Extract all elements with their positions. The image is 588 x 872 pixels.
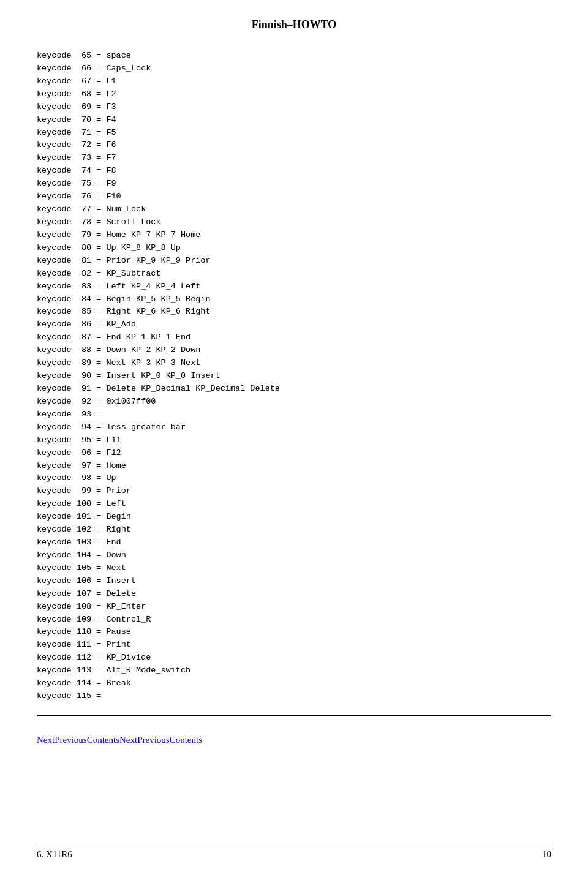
nav-link-contents-1[interactable]: Contents xyxy=(87,735,119,745)
bottom-rule xyxy=(37,715,551,716)
code-block: keycode 65 = space keycode 66 = Caps_Loc… xyxy=(37,50,551,703)
nav-links: NextPreviousContentsNextPreviousContents xyxy=(37,735,551,745)
footer-right: 10 xyxy=(542,849,551,860)
nav-link-previous-1[interactable]: Previous xyxy=(55,735,87,745)
nav-link-next-1[interactable]: Next xyxy=(37,735,55,745)
nav-link-next-2[interactable]: Next xyxy=(119,735,137,745)
page-container: Finnish–HOWTO keycode 65 = space keycode… xyxy=(0,0,588,872)
nav-link-contents-2[interactable]: Contents xyxy=(170,735,202,745)
footer-left: 6. X11R6 xyxy=(37,849,72,860)
page-footer: 6. X11R6 10 xyxy=(37,844,551,860)
nav-link-previous-2[interactable]: Previous xyxy=(137,735,170,745)
page-title: Finnish–HOWTO xyxy=(37,18,551,31)
